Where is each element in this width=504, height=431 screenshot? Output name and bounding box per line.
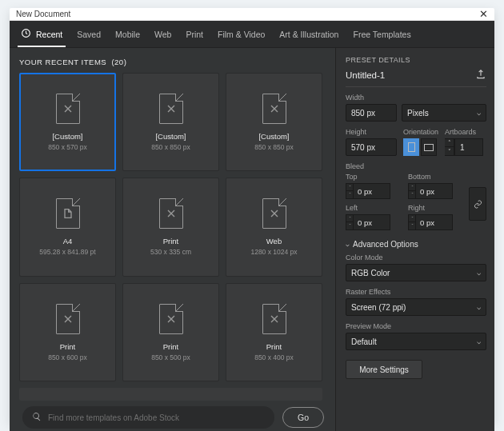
preview-mode-value: Default [351,337,377,346]
preset-label: [Custom] [52,132,82,141]
bleed-left-input[interactable]: 0 px [354,214,390,230]
preset-details-heading: PRESET DETAILS [346,56,486,64]
tab-label: Art & Illustration [279,30,338,39]
preview-mode-select[interactable]: Default ⌵ [346,333,486,350]
preset-label: [Custom] [155,132,186,141]
bleed-right-stepper[interactable]: ˄˅ [408,214,416,230]
bleed-left-stepper[interactable]: ˄˅ [346,214,354,230]
document-icon [159,198,183,229]
presets-scroll[interactable]: [Custom] 850 x 570 px [Custom] 850 x 850… [19,73,327,401]
tab-label: Web [154,30,171,39]
preset-label: Web [266,237,282,245]
document-icon [56,304,80,334]
titlebar: New Document ✕ [10,8,494,21]
export-preset-icon[interactable] [475,69,486,82]
tab-saved[interactable]: Saved [77,30,101,39]
units-select[interactable]: Pixels ⌵ [402,104,486,122]
clock-icon [21,28,31,40]
preset-card[interactable]: [Custom] 850 x 570 px [19,73,116,171]
orientation-landscape[interactable] [421,138,437,156]
recent-heading-text: YOUR RECENT ITEMS [19,58,106,66]
tab-art-illustration[interactable]: Art & Illustration [279,30,338,39]
height-input[interactable]: 570 px [346,138,397,156]
preset-card[interactable]: Print 850 x 400 px [226,283,322,381]
tab-free-templates[interactable]: Free Templates [353,30,410,39]
width-input[interactable]: 850 px [346,104,397,122]
category-tabs: Recent Saved Mobile Web Print Film & Vid… [10,21,494,48]
advanced-options-toggle[interactable]: ⌵ Advanced Options [346,240,486,249]
preset-card[interactable]: Print 530 x 335 cm [122,178,219,276]
stepper-up-icon[interactable]: ˄ [445,138,454,147]
preset-dims: 1280 x 1024 px [250,248,297,256]
close-icon[interactable]: ✕ [479,8,488,20]
bleed-top-stepper[interactable]: ˄˅ [346,183,354,199]
tab-print[interactable]: Print [186,30,203,39]
artboards-label: Artboards [445,128,486,136]
tab-label: Free Templates [353,30,410,39]
stepper-down-icon[interactable]: ˅ [445,147,454,156]
document-name-input[interactable]: Untitled-1 [346,70,385,80]
preset-label: Print [266,342,282,351]
orientation-toggle [403,138,438,156]
tab-label: Recent [36,30,62,39]
presets-panel: YOUR RECENT ITEMS (20) [Custom] 850 x 57… [19,58,327,431]
preset-card[interactable]: Print 850 x 500 px [122,283,219,381]
recent-count: (20) [111,58,126,66]
preset-card[interactable]: Print 850 x 600 px [19,283,116,381]
tab-label: Film & Video [218,30,265,39]
raster-effects-value: Screen (72 ppi) [351,303,406,312]
search-placeholder: Find more templates on Adobe Stock [48,413,179,422]
preset-dims: 850 x 850 px [254,143,294,151]
raster-effects-select[interactable]: Screen (72 ppi) ⌵ [346,298,486,316]
dialog-body: Recent Saved Mobile Web Print Film & Vid… [10,21,494,431]
go-button[interactable]: Go [282,407,324,428]
window-title: New Document [16,10,70,18]
chevron-down-icon: ⌵ [477,303,481,311]
bleed-right-input[interactable]: 0 px [416,214,453,230]
preset-card[interactable]: Web 1280 x 1024 px [226,178,322,276]
bleed-bottom-label: Bottom [408,173,464,181]
bleed-top-input[interactable]: 0 px [354,183,390,199]
color-mode-label: Color Mode [346,253,486,261]
chevron-down-icon: ⌵ [477,109,481,117]
recent-heading: YOUR RECENT ITEMS (20) [19,58,327,66]
color-mode-select[interactable]: RGB Color ⌵ [346,264,486,281]
new-document-dialog: New Document ✕ Recent Saved Mobile Web P… [10,8,494,424]
preset-label: A4 [63,237,73,245]
orientation-portrait[interactable] [403,138,419,156]
stock-search-bar: Find more templates on Adobe Stock Go [19,401,327,431]
more-settings-button[interactable]: More Settings [346,360,422,379]
preset-label: Print [163,237,179,245]
color-mode-value: RGB Color [351,269,390,277]
preset-row-continuation [19,388,322,401]
preset-card[interactable]: A4 595.28 x 841.89 pt [19,178,116,276]
bleed-bottom-stepper[interactable]: ˄˅ [408,183,416,199]
preset-card[interactable]: [Custom] 850 x 850 px [226,73,322,171]
preset-card[interactable]: [Custom] 850 x 850 px [122,73,219,171]
tab-film-video[interactable]: Film & Video [218,30,265,39]
stock-search-input[interactable]: Find more templates on Adobe Stock [22,406,274,429]
tab-web[interactable]: Web [154,30,171,39]
orientation-label: Orientation [403,128,438,136]
chevron-down-icon: ⌵ [477,269,481,277]
preset-dims: 850 x 570 px [48,143,87,151]
bleed-top-label: Top [346,173,402,181]
presets-grid: [Custom] 850 x 570 px [Custom] 850 x 850… [19,73,322,381]
tab-label: Mobile [115,30,140,39]
preset-dims: 850 x 850 px [151,143,190,151]
document-icon [262,304,286,334]
bleed-left-label: Left [346,204,402,212]
tab-recent[interactable]: Recent [21,28,62,40]
bleed-link-toggle[interactable] [469,187,486,221]
bleed-label: Bleed [346,162,486,170]
artboards-stepper[interactable]: ˄ ˅ [445,138,454,156]
tab-mobile[interactable]: Mobile [115,30,140,39]
bleed-bottom-input[interactable]: 0 px [416,183,453,199]
artboards-input[interactable]: 1 [454,138,483,156]
tab-label: Saved [77,30,101,39]
preset-label: Print [60,342,76,351]
chevron-down-icon: ⌵ [346,241,350,248]
width-label: Width [346,94,486,102]
preset-label: [Custom] [258,132,289,141]
search-icon [32,412,42,423]
